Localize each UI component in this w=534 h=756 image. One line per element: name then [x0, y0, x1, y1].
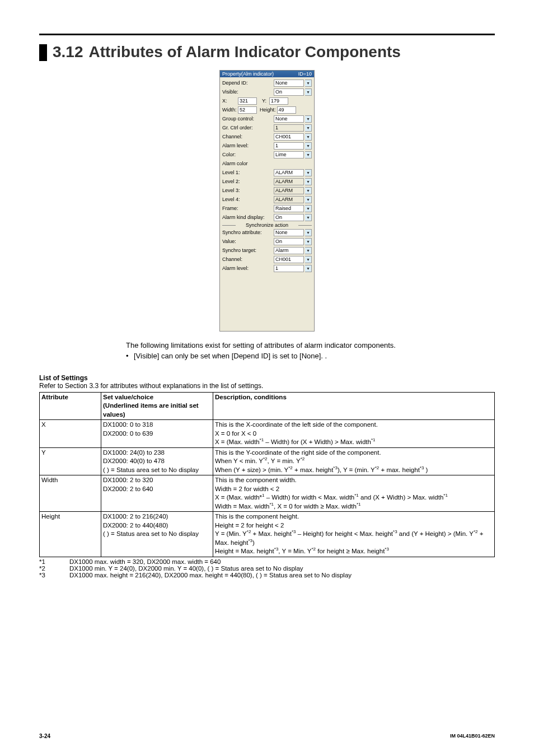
width-label: Width:: [222, 107, 237, 113]
level2-label: Level 2:: [222, 179, 273, 184]
width-field[interactable]: 52: [238, 106, 257, 114]
page-title: 3.12 Attributes of Alarm Indicator Compo…: [39, 43, 495, 61]
y-field[interactable]: 179: [269, 97, 288, 105]
chevron-down-icon[interactable]: ▼: [305, 80, 312, 87]
title-text: Attributes of Alarm Indicator Components: [89, 43, 401, 61]
group-control-label: Group control:: [222, 116, 273, 122]
table-row: Height DX1000: 2 to 216(240) DX2000: 2 t…: [40, 512, 495, 557]
th-attribute: Attribute: [40, 392, 101, 420]
y-label: Y:: [258, 98, 268, 104]
alarm-level-field[interactable]: 1: [274, 142, 304, 150]
chevron-down-icon[interactable]: ▼: [305, 88, 312, 96]
footer-doc-id: IM 04L41B01-62EN: [450, 733, 495, 739]
level4-field[interactable]: ALARM: [274, 196, 304, 203]
gr-ctrl-order-field[interactable]: 1: [274, 124, 304, 132]
synchro-target-field[interactable]: Alarm: [274, 247, 304, 254]
alarm-kind-display-label: Alarm kind display:: [222, 214, 273, 220]
chevron-down-icon[interactable]: ▼: [305, 214, 312, 221]
chevron-down-icon[interactable]: ▼: [305, 151, 312, 158]
title-rule: [39, 34, 495, 35]
frame-label: Frame:: [222, 206, 273, 211]
alarm-level-label: Alarm level:: [222, 143, 273, 148]
panel-title-right: ID=10: [298, 71, 312, 77]
value-field[interactable]: On: [274, 238, 304, 245]
channel2-label: Channel:: [222, 256, 273, 262]
settings-table: Attribute Set value/choice (Underlined i…: [39, 392, 495, 557]
list-subtext: Refer to Section 3.3 for attributes with…: [39, 382, 495, 390]
property-panel: Property(Alm indicator) ID=10 Depend ID:…: [219, 70, 315, 332]
level3-label: Level 3:: [222, 188, 273, 193]
chevron-down-icon[interactable]: ▼: [305, 142, 312, 150]
panel-titlebar: Property(Alm indicator) ID=10: [220, 71, 314, 77]
channel-label: Channel:: [222, 134, 273, 139]
footnotes: *1DX1000 max. width = 320, DX2000 max. w…: [39, 558, 495, 578]
chevron-down-icon[interactable]: ▼: [305, 115, 312, 123]
channel2-field[interactable]: CH001: [274, 256, 304, 263]
level2-field[interactable]: ALARM: [274, 178, 304, 185]
synchro-target-label: Synchro target:: [222, 248, 273, 253]
sync-action-header: Synchronize action: [222, 222, 312, 228]
chevron-down-icon[interactable]: ▼: [305, 229, 312, 236]
footer-page-number: 3-24: [39, 733, 50, 739]
title-bar-icon: [39, 44, 47, 61]
chevron-down-icon[interactable]: ▼: [305, 256, 312, 263]
frame-field[interactable]: Raised: [274, 205, 304, 212]
synchro-attribute-field[interactable]: None: [274, 229, 304, 236]
alarm-color-header: Alarm color: [222, 161, 312, 166]
synchro-attribute-label: Synchro attribute:: [222, 230, 273, 235]
x-field[interactable]: 321: [238, 97, 257, 105]
chevron-down-icon[interactable]: ▼: [305, 124, 312, 132]
visible-field[interactable]: On: [274, 88, 304, 96]
list-heading: List of Settings: [39, 374, 495, 382]
depend-id-field[interactable]: None: [274, 80, 304, 87]
chevron-down-icon[interactable]: ▼: [305, 238, 312, 245]
gr-ctrl-order-label: Gr. Ctrl order:: [222, 125, 273, 130]
chevron-down-icon[interactable]: ▼: [305, 187, 312, 194]
value-label: Value:: [222, 239, 273, 244]
x-label: X:: [222, 98, 237, 104]
chevron-down-icon[interactable]: ▼: [305, 169, 312, 176]
chevron-down-icon[interactable]: ▼: [305, 247, 312, 254]
color-label: Color:: [222, 152, 273, 157]
chevron-down-icon[interactable]: ▼: [305, 133, 312, 141]
level1-label: Level 1:: [222, 170, 273, 175]
alarm-kind-display-field[interactable]: On: [274, 214, 304, 221]
visible-label: Visible:: [222, 89, 273, 95]
channel-field[interactable]: CH001: [274, 133, 304, 141]
group-control-field[interactable]: None: [274, 115, 304, 123]
th-desc: Description, conditions: [213, 392, 495, 420]
chevron-down-icon[interactable]: ▼: [305, 265, 312, 272]
alarm-level2-field[interactable]: 1: [274, 265, 304, 272]
th-set: Set value/choice (Underlined items are i…: [101, 392, 213, 420]
chevron-down-icon[interactable]: ▼: [305, 178, 312, 185]
panel-title-left: Property(Alm indicator): [222, 71, 274, 77]
title-number: 3.12: [53, 43, 83, 61]
chevron-down-icon[interactable]: ▼: [305, 205, 312, 212]
chevron-down-icon[interactable]: ▼: [305, 196, 312, 203]
bullet-icon: •: [126, 351, 134, 362]
height-label: Height:: [258, 107, 276, 113]
level1-field[interactable]: ALARM: [274, 169, 304, 176]
table-row: Y DX1000: 24(0) to 238 DX2000: 40(0) to …: [40, 447, 495, 475]
table-row: X DX1000: 0 to 318 DX2000: 0 to 639 This…: [40, 420, 495, 448]
height-field[interactable]: 49: [277, 106, 296, 114]
color-field[interactable]: Lime: [274, 151, 304, 158]
level3-field[interactable]: ALARM: [274, 187, 304, 194]
level4-label: Level 4:: [222, 197, 273, 202]
bullet-text: [Visible] can only be set when [Depend I…: [134, 351, 327, 362]
depend-id-label: Depend ID:: [222, 80, 273, 86]
intro-text: The following limitations exist for sett…: [126, 340, 495, 351]
alarm-level2-label: Alarm level:: [222, 265, 273, 271]
table-row: Width DX1000: 2 to 320 DX2000: 2 to 640 …: [40, 475, 495, 512]
